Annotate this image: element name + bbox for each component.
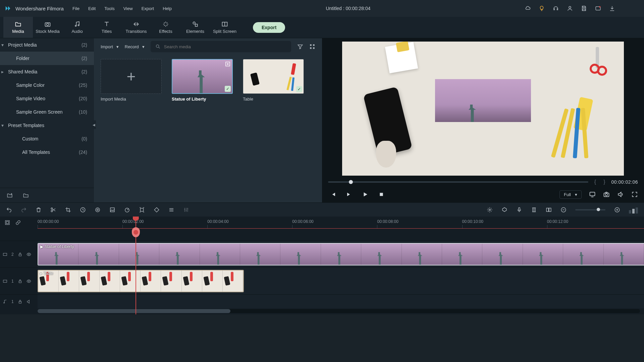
fullscreen-icon[interactable] (631, 191, 638, 198)
save-icon[interactable] (581, 5, 587, 11)
menu-tools[interactable]: Tools (104, 6, 114, 11)
menu-help[interactable]: Help (163, 6, 172, 11)
color-icon[interactable] (95, 207, 101, 213)
chevron-down-icon: ▾ (116, 44, 119, 49)
clip-table[interactable]: ▸Table (38, 270, 244, 292)
lightbulb-icon[interactable] (539, 5, 545, 11)
playhead-knob[interactable] (132, 227, 140, 237)
import-dropdown[interactable]: Import▾ (101, 44, 119, 49)
display-icon[interactable] (589, 191, 596, 198)
menu-edit[interactable]: Edit (88, 6, 96, 11)
media-item-statue[interactable]: ✓ Statue of Liberty (172, 59, 233, 102)
green-screen-icon[interactable] (109, 207, 115, 213)
lock-icon[interactable] (18, 252, 22, 257)
zoom-out-icon[interactable] (560, 207, 567, 213)
timeline-h-scrollbar[interactable] (38, 309, 640, 313)
step-forward-button[interactable] (344, 189, 354, 199)
zoom-fit-icon[interactable] (629, 206, 638, 214)
video-track-icon (3, 279, 7, 284)
tab-elements[interactable]: Elements (180, 17, 210, 38)
mixer-icon[interactable] (531, 207, 537, 213)
add-to-timeline-icon[interactable] (225, 61, 231, 67)
audio-mixer-icon[interactable] (183, 207, 189, 213)
lock-icon[interactable] (18, 279, 22, 284)
import-media-tile[interactable]: + Import Media (101, 59, 162, 102)
tab-titles[interactable]: Titles (92, 17, 121, 38)
time-ruler[interactable]: 00:00:00:00 00:00:02:00 00:00:04:00 00:0… (38, 217, 644, 229)
panel-collapse-icon[interactable]: ◀ (92, 120, 96, 129)
tab-audio[interactable]: Audio (62, 17, 92, 38)
sidebar-item-shared-media[interactable]: ▸Shared Media(2) (0, 65, 94, 78)
marker-icon[interactable] (501, 207, 507, 213)
grid-view-icon[interactable] (309, 44, 315, 50)
sidebar-item-all-templates[interactable]: All Templates(24) (0, 145, 94, 159)
sidebar-item-sample-color[interactable]: Sample Color(25) (0, 78, 94, 92)
eye-icon[interactable] (26, 252, 31, 257)
scrub-bar[interactable] (328, 181, 588, 183)
sidebar-item-green-screen[interactable]: Sample Green Screen(10) (0, 105, 94, 119)
split-clip-icon[interactable] (50, 207, 56, 213)
media-grid: + Import Media ✓ Statue of Liberty ✓ (94, 55, 322, 106)
speed-ramp-icon[interactable] (124, 207, 130, 213)
snapshot-icon[interactable] (603, 191, 610, 198)
cloud-icon[interactable] (525, 5, 531, 11)
adjust-icon[interactable] (168, 207, 174, 213)
zoom-slider[interactable] (575, 209, 605, 210)
clip-statue[interactable]: ▶Statue of Liberty (38, 243, 644, 265)
render-icon[interactable] (487, 207, 493, 213)
download-icon[interactable] (609, 5, 615, 11)
crop-icon[interactable] (65, 207, 71, 213)
playhead[interactable] (136, 217, 136, 314)
filter-icon[interactable] (297, 44, 303, 50)
menu-file[interactable]: File (72, 6, 79, 11)
search-box[interactable] (151, 41, 291, 52)
delete-icon[interactable] (36, 207, 42, 213)
tab-media[interactable]: Media (3, 17, 33, 38)
record-dropdown[interactable]: Record▾ (125, 44, 145, 49)
new-folder-icon[interactable] (7, 192, 13, 198)
motion-tracking-icon[interactable] (139, 207, 145, 213)
message-icon[interactable] (595, 5, 601, 11)
mark-in-icon[interactable]: { (593, 179, 597, 185)
media-item-table[interactable]: ✓ Table (243, 59, 304, 102)
keyframe-icon[interactable] (154, 207, 160, 213)
play-button[interactable] (360, 189, 370, 199)
preview-quality-dropdown[interactable]: Full▾ (559, 190, 582, 199)
speed-icon[interactable] (80, 207, 86, 213)
sidebar-item-custom[interactable]: Custom(0) (0, 132, 94, 145)
link-icon[interactable] (15, 220, 21, 225)
menu-view[interactable]: View (123, 6, 133, 11)
ruler-tick: 00:00:10:00 (462, 219, 483, 224)
voiceover-icon[interactable] (516, 207, 522, 213)
menu-export[interactable]: Export (142, 6, 154, 11)
track-manage-icon[interactable] (5, 220, 10, 225)
tab-stock-media[interactable]: Stock Media (33, 17, 62, 38)
tab-transitions[interactable]: Transitions (121, 17, 151, 38)
lock-icon[interactable] (18, 299, 22, 304)
tab-split-screen[interactable]: Split Screen (210, 17, 239, 38)
sidebar-item-preset-templates[interactable]: ▾Preset Templates (0, 119, 94, 132)
scrollbar-thumb[interactable] (38, 309, 230, 313)
svg-rect-16 (313, 47, 315, 49)
search-input[interactable] (164, 44, 286, 49)
export-button[interactable]: Export (253, 22, 285, 33)
volume-icon[interactable] (617, 191, 624, 198)
stop-button[interactable] (376, 189, 386, 199)
eye-icon[interactable] (26, 279, 31, 284)
preview-canvas[interactable] (322, 38, 644, 178)
dual-view-icon[interactable] (546, 207, 552, 213)
sidebar-item-folder[interactable]: Folder(2) (0, 52, 94, 65)
undo-icon[interactable] (6, 207, 12, 213)
zoom-in-icon[interactable] (614, 207, 620, 213)
media-browser: ◀ Import▾ Record▾ + Import Media ✓ (94, 38, 322, 202)
tab-effects[interactable]: Effects (151, 17, 180, 38)
account-icon[interactable] (567, 5, 573, 11)
mark-out-icon[interactable]: } (602, 179, 606, 185)
redo-icon[interactable] (21, 207, 27, 213)
sidebar-item-sample-video[interactable]: Sample Video(20) (0, 92, 94, 105)
step-back-button[interactable] (328, 189, 338, 199)
headset-icon[interactable] (553, 5, 559, 11)
sidebar-item-project-media[interactable]: ▾Project Media(2) (0, 38, 94, 52)
open-folder-icon[interactable] (23, 192, 29, 198)
mute-icon[interactable] (26, 299, 31, 304)
